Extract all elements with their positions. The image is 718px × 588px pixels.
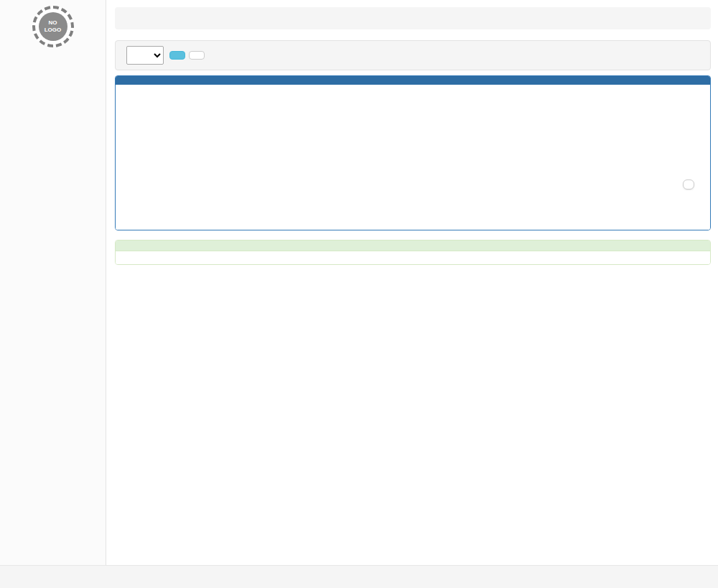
sidebar: NO LOGO xyxy=(0,0,106,565)
chart-panel-body xyxy=(116,85,710,230)
main-content xyxy=(107,0,718,565)
detail-panel-title xyxy=(116,241,710,251)
profit-line-chart xyxy=(126,95,700,220)
page-footer xyxy=(0,565,718,588)
logo-area: NO LOGO xyxy=(0,0,106,47)
chart-x-axis-title xyxy=(126,221,699,224)
no-logo-badge: NO LOGO xyxy=(32,6,74,47)
year-select[interactable] xyxy=(126,46,164,65)
chart-panel-title xyxy=(116,76,710,85)
tahun-ini-button[interactable] xyxy=(189,51,205,60)
profit-chart-panel xyxy=(115,75,711,230)
no-logo-text: NO LOGO xyxy=(39,12,67,41)
lihat-laporan-button[interactable] xyxy=(169,51,185,60)
report-filter-bar xyxy=(115,40,711,70)
detail-panel-body xyxy=(116,251,710,264)
chart-tooltip xyxy=(683,179,694,190)
detail-report-panel xyxy=(115,240,711,265)
breadcrumb xyxy=(115,7,711,29)
